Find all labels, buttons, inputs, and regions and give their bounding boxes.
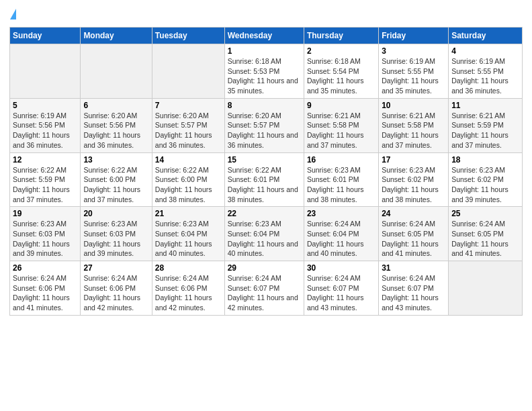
weekday-header-monday: Monday [81, 28, 152, 44]
calendar-body: 1Sunrise: 6:18 AMSunset: 5:53 PMDaylight… [10, 44, 523, 316]
calendar-cell: 9Sunrise: 6:21 AMSunset: 5:58 PMDaylight… [304, 98, 378, 152]
day-info: Sunrise: 6:20 AMSunset: 5:57 PMDaylight:… [228, 111, 301, 150]
day-info: Sunrise: 6:22 AMSunset: 6:01 PMDaylight:… [228, 165, 301, 205]
day-info: Sunrise: 6:20 AMSunset: 5:56 PMDaylight:… [83, 111, 148, 150]
calendar-cell: 24Sunrise: 6:24 AMSunset: 6:05 PMDayligh… [379, 207, 449, 261]
day-number: 18 [451, 155, 519, 165]
day-info: Sunrise: 6:19 AMSunset: 5:56 PMDaylight:… [13, 111, 77, 150]
day-number: 4 [451, 46, 519, 56]
day-number: 5 [13, 101, 77, 110]
day-info: Sunrise: 6:19 AMSunset: 5:55 PMDaylight:… [382, 56, 445, 96]
day-info: Sunrise: 6:24 AMSunset: 6:05 PMDaylight:… [382, 219, 445, 259]
calendar-cell: 3Sunrise: 6:19 AMSunset: 5:55 PMDaylight… [379, 44, 449, 99]
day-number: 1 [228, 46, 301, 56]
day-info: Sunrise: 6:23 AMSunset: 6:04 PMDaylight:… [155, 219, 222, 259]
day-info: Sunrise: 6:22 AMSunset: 5:59 PMDaylight:… [13, 165, 77, 205]
calendar-cell: 30Sunrise: 6:24 AMSunset: 6:07 PMDayligh… [304, 261, 378, 316]
day-number: 23 [307, 209, 375, 218]
day-number: 15 [228, 155, 301, 165]
calendar-cell: 17Sunrise: 6:23 AMSunset: 6:02 PMDayligh… [379, 152, 449, 207]
day-info: Sunrise: 6:18 AMSunset: 5:53 PMDaylight:… [228, 56, 301, 96]
calendar-cell: 2Sunrise: 6:18 AMSunset: 5:54 PMDaylight… [304, 44, 378, 99]
day-number: 20 [83, 209, 148, 218]
calendar-cell [81, 44, 152, 99]
calendar-cell: 7Sunrise: 6:20 AMSunset: 5:57 PMDaylight… [152, 98, 224, 152]
calendar-cell: 28Sunrise: 6:24 AMSunset: 6:06 PMDayligh… [152, 261, 224, 316]
day-info: Sunrise: 6:21 AMSunset: 5:58 PMDaylight:… [307, 111, 375, 150]
calendar-cell: 19Sunrise: 6:23 AMSunset: 6:03 PMDayligh… [10, 207, 81, 261]
day-number: 2 [307, 46, 375, 56]
day-number: 24 [382, 209, 445, 218]
day-info: Sunrise: 6:23 AMSunset: 6:01 PMDaylight:… [307, 165, 375, 205]
day-number: 14 [155, 155, 222, 165]
logo [9, 7, 16, 21]
calendar-cell: 1Sunrise: 6:18 AMSunset: 5:53 PMDaylight… [224, 44, 304, 99]
weekday-header-thursday: Thursday [304, 28, 378, 44]
calendar-cell: 21Sunrise: 6:23 AMSunset: 6:04 PMDayligh… [152, 207, 224, 261]
calendar-table: SundayMondayTuesdayWednesdayThursdayFrid… [9, 27, 523, 316]
calendar-week-5: 26Sunrise: 6:24 AMSunset: 6:06 PMDayligh… [10, 261, 523, 316]
day-info: Sunrise: 6:24 AMSunset: 6:07 PMDaylight:… [307, 273, 375, 313]
header [9, 7, 523, 21]
calendar-week-4: 19Sunrise: 6:23 AMSunset: 6:03 PMDayligh… [10, 207, 523, 261]
day-number: 9 [307, 101, 375, 110]
calendar-cell: 31Sunrise: 6:24 AMSunset: 6:07 PMDayligh… [379, 261, 449, 316]
calendar-cell: 6Sunrise: 6:20 AMSunset: 5:56 PMDaylight… [81, 98, 152, 152]
weekday-header-saturday: Saturday [449, 28, 523, 44]
day-info: Sunrise: 6:24 AMSunset: 6:06 PMDaylight:… [13, 273, 77, 313]
calendar-week-1: 1Sunrise: 6:18 AMSunset: 5:53 PMDaylight… [10, 44, 523, 99]
calendar-cell: 16Sunrise: 6:23 AMSunset: 6:01 PMDayligh… [304, 152, 378, 207]
calendar-cell: 15Sunrise: 6:22 AMSunset: 6:01 PMDayligh… [224, 152, 304, 207]
day-number: 8 [228, 101, 301, 110]
day-number: 30 [307, 263, 375, 273]
day-info: Sunrise: 6:21 AMSunset: 5:58 PMDaylight:… [382, 111, 445, 150]
calendar-cell: 14Sunrise: 6:22 AMSunset: 6:00 PMDayligh… [152, 152, 224, 207]
calendar-cell [152, 44, 224, 99]
day-number: 13 [83, 155, 148, 165]
day-info: Sunrise: 6:22 AMSunset: 6:00 PMDaylight:… [155, 165, 222, 205]
calendar-cell: 22Sunrise: 6:23 AMSunset: 6:04 PMDayligh… [224, 207, 304, 261]
calendar-cell: 10Sunrise: 6:21 AMSunset: 5:58 PMDayligh… [379, 98, 449, 152]
calendar-cell: 27Sunrise: 6:24 AMSunset: 6:06 PMDayligh… [81, 261, 152, 316]
weekday-row: SundayMondayTuesdayWednesdayThursdayFrid… [10, 28, 523, 44]
day-info: Sunrise: 6:24 AMSunset: 6:04 PMDaylight:… [307, 219, 375, 259]
day-number: 26 [13, 263, 77, 273]
calendar-cell: 26Sunrise: 6:24 AMSunset: 6:06 PMDayligh… [10, 261, 81, 316]
calendar-cell: 23Sunrise: 6:24 AMSunset: 6:04 PMDayligh… [304, 207, 378, 261]
calendar-cell: 13Sunrise: 6:22 AMSunset: 6:00 PMDayligh… [81, 152, 152, 207]
logo-arrow-icon [10, 9, 16, 19]
calendar-cell [449, 261, 523, 316]
day-number: 6 [83, 101, 148, 110]
calendar-cell: 12Sunrise: 6:22 AMSunset: 5:59 PMDayligh… [10, 152, 81, 207]
calendar-cell: 20Sunrise: 6:23 AMSunset: 6:03 PMDayligh… [81, 207, 152, 261]
day-number: 21 [155, 209, 222, 218]
day-number: 29 [228, 263, 301, 273]
day-info: Sunrise: 6:23 AMSunset: 6:02 PMDaylight:… [382, 165, 445, 205]
day-info: Sunrise: 6:23 AMSunset: 6:02 PMDaylight:… [451, 165, 519, 205]
day-info: Sunrise: 6:19 AMSunset: 5:55 PMDaylight:… [451, 56, 519, 96]
day-info: Sunrise: 6:24 AMSunset: 6:07 PMDaylight:… [382, 273, 445, 313]
day-number: 28 [155, 263, 222, 273]
day-number: 7 [155, 101, 222, 110]
day-info: Sunrise: 6:23 AMSunset: 6:03 PMDaylight:… [83, 219, 148, 259]
calendar-cell [10, 44, 81, 99]
calendar-cell: 25Sunrise: 6:24 AMSunset: 6:05 PMDayligh… [449, 207, 523, 261]
calendar-cell: 4Sunrise: 6:19 AMSunset: 5:55 PMDaylight… [449, 44, 523, 99]
day-info: Sunrise: 6:21 AMSunset: 5:59 PMDaylight:… [451, 111, 519, 150]
calendar-cell: 18Sunrise: 6:23 AMSunset: 6:02 PMDayligh… [449, 152, 523, 207]
day-info: Sunrise: 6:24 AMSunset: 6:06 PMDaylight:… [83, 273, 148, 313]
day-number: 25 [451, 209, 519, 218]
day-number: 10 [382, 101, 445, 110]
calendar-cell: 5Sunrise: 6:19 AMSunset: 5:56 PMDaylight… [10, 98, 81, 152]
weekday-header-friday: Friday [379, 28, 449, 44]
calendar-week-2: 5Sunrise: 6:19 AMSunset: 5:56 PMDaylight… [10, 98, 523, 152]
day-number: 11 [451, 101, 519, 110]
day-info: Sunrise: 6:18 AMSunset: 5:54 PMDaylight:… [307, 56, 375, 96]
day-info: Sunrise: 6:23 AMSunset: 6:04 PMDaylight:… [228, 219, 301, 259]
day-number: 31 [382, 263, 445, 273]
calendar-cell: 11Sunrise: 6:21 AMSunset: 5:59 PMDayligh… [449, 98, 523, 152]
day-info: Sunrise: 6:24 AMSunset: 6:06 PMDaylight:… [155, 273, 222, 313]
day-info: Sunrise: 6:22 AMSunset: 6:00 PMDaylight:… [83, 165, 148, 205]
calendar-cell: 8Sunrise: 6:20 AMSunset: 5:57 PMDaylight… [224, 98, 304, 152]
calendar-cell: 29Sunrise: 6:24 AMSunset: 6:07 PMDayligh… [224, 261, 304, 316]
